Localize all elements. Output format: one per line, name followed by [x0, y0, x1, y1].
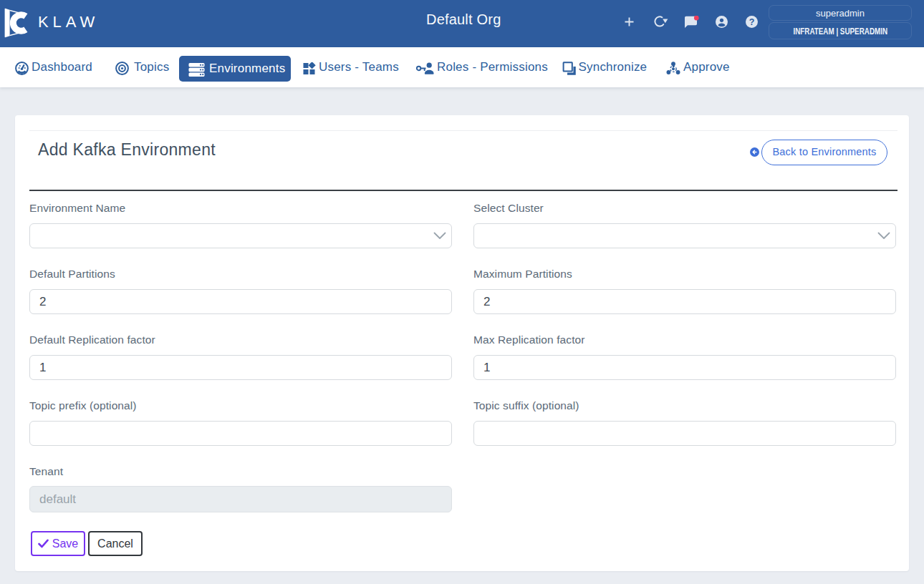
svg-text:?: ?: [749, 17, 755, 27]
